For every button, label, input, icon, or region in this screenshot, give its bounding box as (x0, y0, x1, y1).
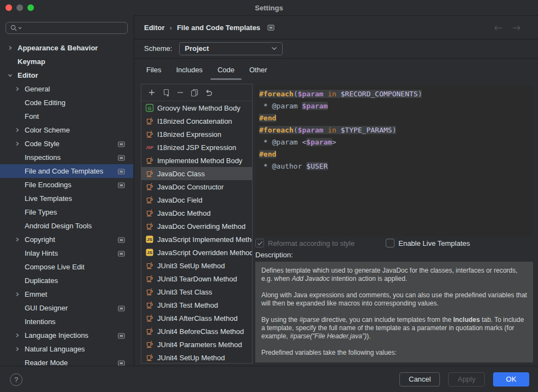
sidebar-item-file-types[interactable]: File Types (0, 205, 133, 219)
sidebar-item-inlay-hints[interactable]: Inlay Hints (0, 246, 133, 260)
chevron-down-icon[interactable] (8, 73, 18, 78)
sidebar-item-code-editing[interactable]: Code Editing (0, 96, 133, 109)
template-item-javadoc-method[interactable]: JavaDoc Method (141, 206, 252, 220)
external-settings-icon (267, 25, 274, 31)
sidebar-item-color-scheme[interactable]: Color Scheme (0, 123, 133, 137)
chevron-right-icon[interactable] (8, 45, 18, 50)
sidebar-item-android-design-tools[interactable]: Android Design Tools (0, 219, 133, 233)
sidebar-item-label: Natural Languages (25, 345, 85, 353)
template-item-javascript-overridden-method[interactable]: JSJavaScript Overridden Method (141, 246, 252, 259)
breadcrumb-editor[interactable]: Editor (144, 24, 165, 32)
template-item-junit3-teardown-method[interactable]: JUnit3 TearDown Method (141, 272, 252, 285)
live-templates-checkbox-group[interactable]: Enable Live Templates (386, 239, 470, 247)
template-item-junit3-test-class[interactable]: JUnit3 Test Class (141, 285, 252, 298)
sidebar-item-duplicates[interactable]: Duplicates (0, 274, 133, 287)
chevron-right-icon[interactable] (15, 141, 25, 146)
template-item-implemented-method-body[interactable]: Implemented Method Body (141, 154, 252, 167)
settings-tree: Appearance & BehaviorKeymapEditorGeneral… (0, 41, 133, 366)
template-item-junit3-setup-method[interactable]: JUnit3 SetUp Method (141, 259, 252, 272)
tab-other[interactable]: Other (249, 58, 267, 81)
chevron-spacer (15, 264, 25, 269)
sidebar-item-keymap[interactable]: Keymap (0, 55, 133, 68)
template-item-javadoc-class[interactable]: JavaDoc Class (141, 167, 252, 180)
template-item-javascript-implemented-method[interactable]: JSJavaScript Implemented Method (141, 233, 252, 246)
template-item-javadoc-overriding-method[interactable]: JavaDoc Overriding Method (141, 220, 252, 233)
description-box[interactable]: Defines template which used to generate … (255, 262, 533, 362)
chevron-right-icon[interactable] (15, 347, 25, 351)
add-button[interactable] (147, 88, 156, 97)
zoom-window-button[interactable] (27, 4, 34, 11)
template-item-junit4-beforeclass-method[interactable]: JUnit4 BeforeClass Method (141, 325, 252, 338)
template-item-javadoc-constructor[interactable]: JavaDoc Constructor (141, 180, 252, 193)
external-settings-icon (118, 237, 125, 243)
copy-button[interactable] (190, 88, 199, 97)
tab-includes[interactable]: Includes (176, 58, 202, 81)
enable-live-templates-checkbox[interactable] (386, 239, 394, 247)
settings-search-input[interactable] (5, 22, 128, 34)
chevron-right-icon[interactable] (15, 237, 25, 242)
description-paragraph: By using the #parse directive, you can i… (261, 316, 527, 341)
sidebar-item-appearance-behavior[interactable]: Appearance & Behavior (0, 41, 133, 55)
tab-files[interactable]: Files (146, 58, 161, 81)
sidebar-item-font[interactable]: Font (0, 109, 133, 123)
template-item-label: JavaDoc Field (157, 196, 202, 204)
template-item-label: JUnit3 SetUp Method (157, 262, 225, 270)
template-item-junit4-parameters-method[interactable]: JUnit4 Parameters Method (141, 338, 252, 351)
template-item-junit4-setup-method[interactable]: JUnit4 SetUp Method (141, 351, 252, 364)
chevron-right-icon[interactable] (15, 87, 25, 91)
reformat-checkbox-label: Reformat according to style (268, 239, 354, 247)
java-file-icon (145, 287, 154, 296)
remove-button[interactable] (176, 88, 185, 97)
search-history-chevron-icon[interactable] (18, 27, 22, 30)
template-item-i18nized-concatenation[interactable]: I18nized Concatenation (141, 114, 252, 128)
template-item-i18nized-jsp-expression[interactable]: JSPI18nized JSP Expression (141, 141, 252, 154)
sidebar-item-intentions[interactable]: Intentions (0, 315, 133, 328)
chevron-right-icon[interactable] (15, 128, 25, 132)
sidebar-item-editor[interactable]: Editor (0, 68, 133, 82)
template-item-junit3-test-method[interactable]: JUnit3 Test Method (141, 298, 252, 312)
template-item-javadoc-field[interactable]: JavaDoc Field (141, 193, 252, 206)
code-line: * @author $USER (259, 160, 533, 172)
sidebar-item-label: GUI Designer (25, 304, 68, 312)
sidebar-item-code-style[interactable]: Code Style (0, 137, 133, 151)
external-settings-icon (118, 251, 125, 257)
cancel-button[interactable]: Cancel (399, 372, 440, 387)
sidebar-item-reader-mode[interactable]: Reader Mode (0, 356, 133, 366)
chevron-spacer (15, 114, 25, 119)
external-settings-icon (118, 182, 125, 188)
sidebar-item-natural-languages[interactable]: Natural Languages (0, 342, 133, 356)
close-window-button[interactable] (5, 4, 12, 11)
minimize-window-button (16, 4, 23, 11)
ok-button[interactable]: OK (493, 372, 529, 387)
chevron-right-icon[interactable] (15, 292, 25, 297)
java-file-icon (145, 222, 154, 230)
tab-code[interactable]: Code (218, 58, 234, 81)
chevron-down-icon (271, 47, 277, 50)
chevron-spacer (15, 182, 25, 187)
sidebar-item-live-templates[interactable]: Live Templates (0, 192, 133, 205)
sidebar-item-label: Copyright (25, 235, 55, 244)
template-item-label: I18nized Expression (157, 130, 221, 139)
scheme-dropdown[interactable]: Project (179, 42, 283, 55)
sidebar-item-inspections[interactable]: Inspections (0, 151, 133, 164)
sidebar-item-emmet[interactable]: Emmet (0, 287, 133, 301)
dialog-footer: ? Cancel Apply OK (0, 366, 538, 392)
chevron-right-icon[interactable] (15, 333, 25, 338)
template-code-editor[interactable]: #foreach($param in $RECORD_COMPONENTS) *… (255, 85, 533, 237)
sidebar-item-file-and-code-templates[interactable]: File and Code Templates (0, 164, 133, 178)
sidebar-item-general[interactable]: General (0, 82, 133, 96)
create-child-template-button[interactable] (162, 88, 170, 97)
help-button[interactable]: ? (10, 373, 22, 386)
breadcrumb-file-and-code-templates: File and Code Templates (177, 24, 260, 32)
template-item-i18nized-expression[interactable]: I18nized Expression (141, 128, 252, 141)
sidebar-item-compose-live-edit[interactable]: Compose Live Edit (0, 260, 133, 274)
reset-to-default-button[interactable] (204, 88, 213, 97)
chevron-spacer (15, 278, 25, 283)
sidebar-item-copyright[interactable]: Copyright (0, 233, 133, 246)
sidebar-item-language-injections[interactable]: Language Injections (0, 328, 133, 342)
sidebar-item-file-encodings[interactable]: File Encodings (0, 178, 133, 192)
template-item-junit4-afterclass-method[interactable]: JUnit4 AfterClass Method (141, 312, 252, 325)
sidebar-item-gui-designer[interactable]: GUI Designer (0, 301, 133, 315)
template-item-groovy-new-method-body[interactable]: GGroovy New Method Body (141, 101, 252, 114)
sidebar-item-label: Code Editing (25, 99, 65, 107)
